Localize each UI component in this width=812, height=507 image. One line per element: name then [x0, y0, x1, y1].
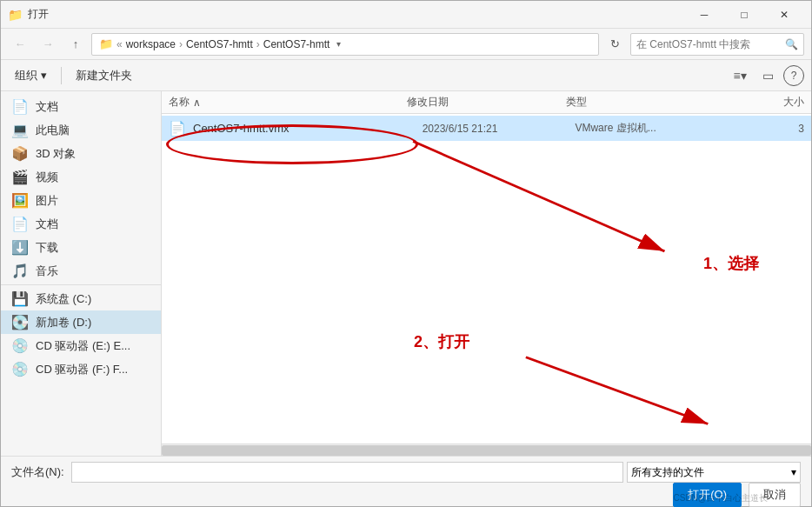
title-icon: 📁 — [8, 8, 23, 22]
sidebar-item-3d[interactable]: 📦 3D 对象 — [1, 142, 161, 165]
col-size-header[interactable]: 大小 — [725, 95, 804, 110]
col-name-label: 名称 — [169, 95, 190, 110]
maximize-button[interactable]: □ — [724, 1, 764, 29]
h-scrollbar[interactable] — [162, 444, 811, 456]
search-input[interactable] — [636, 38, 782, 50]
pictures-icon: 🖼️ — [11, 192, 29, 209]
main-content: 📄 文档 💻 此电脑 📦 3D 对象 🎬 视频 🖼️ 图片 📄 文档 — [1, 91, 811, 456]
svg-line-1 — [413, 142, 664, 251]
filetype-select[interactable]: 所有支持的文件 ▾ — [627, 462, 801, 483]
minimize-button[interactable]: ─ — [684, 1, 724, 29]
col-name-header[interactable]: 名称 ∧ — [169, 95, 407, 110]
disk-c-icon: 💾 — [11, 290, 29, 307]
watermark: CSDN@白不白心主道长 — [674, 492, 769, 504]
search-bar[interactable]: 🔍 — [630, 33, 804, 56]
breadcrumb-sep-3: › — [256, 38, 260, 50]
annotation-step1: 1、选择 — [703, 253, 759, 274]
breadcrumb-centos1[interactable]: CentOS7-hmtt — [186, 38, 253, 50]
music-icon: 🎵 — [11, 263, 29, 279]
back-button[interactable]: ← — [8, 32, 32, 57]
sidebar-item-label: 下载 — [36, 240, 58, 256]
sidebar-item-disk-e[interactable]: 💿 CD 驱动器 (E:) E... — [1, 334, 161, 357]
help-button[interactable]: ? — [783, 65, 804, 86]
3d-icon: 📦 — [11, 145, 29, 162]
title-controls: ─ □ ✕ — [684, 1, 804, 29]
sidebar-item-music[interactable]: 🎵 音乐 — [1, 259, 161, 283]
this-pc-icon: 💻 — [11, 122, 29, 138]
filename-row: 文件名(N): 所有支持的文件 ▾ — [11, 462, 801, 483]
sidebar-item-documents[interactable]: 📄 文档 — [1, 95, 161, 118]
toolbar: 组织 ▾ 新建文件夹 ≡▾ ▭ ? — [1, 60, 811, 91]
sidebar-item-this-pc[interactable]: 💻 此电脑 — [1, 118, 161, 142]
sidebar-item-pictures[interactable]: 🖼️ 图片 — [1, 189, 161, 212]
sidebar-item-label: 文档 — [36, 99, 58, 115]
organize-label: 组织 — [15, 68, 37, 83]
disk-e-icon: 💿 — [11, 337, 29, 354]
close-button[interactable]: ✕ — [764, 1, 804, 29]
sidebar-item-disk-f[interactable]: 💿 CD 驱动器 (F:) F... — [1, 357, 161, 381]
filename-input-wrap: 所有支持的文件 ▾ — [71, 462, 801, 483]
sidebar-item-label: CD 驱动器 (F:) F... — [36, 362, 128, 377]
sidebar-divider — [1, 284, 161, 285]
sidebar-item-downloads[interactable]: ⬇️ 下载 — [1, 236, 161, 259]
sidebar-item-docs2[interactable]: 📄 文档 — [1, 212, 161, 236]
breadcrumb-chevron[interactable]: ▾ — [336, 39, 341, 49]
sidebar-item-label: 文档 — [36, 217, 58, 232]
toolbar-right: ≡▾ ▭ ? — [728, 63, 804, 88]
breadcrumb-centos2[interactable]: CentOS7-hmtt — [263, 38, 330, 50]
title-bar: 📁 打开 ─ □ ✕ — [1, 1, 811, 29]
sidebar-item-disk-c[interactable]: 💾 系统盘 (C:) — [1, 287, 161, 310]
filetype-label: 所有支持的文件 — [631, 465, 704, 480]
panel-button[interactable]: ▭ — [755, 63, 780, 88]
filename-input[interactable] — [71, 462, 623, 483]
forward-button[interactable]: → — [36, 32, 60, 57]
breadcrumb-sep-1: « — [116, 38, 123, 50]
sidebar-item-label: 图片 — [36, 193, 58, 209]
col-size-label: 大小 — [783, 96, 804, 108]
docs2-icon: 📄 — [11, 216, 29, 232]
file-row[interactable]: 📄 CentOS7-hmtt.vmx 2023/6/15 21:21 VMwar… — [162, 116, 811, 141]
sidebar-item-label: 音乐 — [36, 264, 58, 279]
sidebar-item-label: 此电脑 — [36, 123, 70, 138]
svg-line-3 — [526, 357, 708, 424]
sidebar-item-label: 视频 — [36, 170, 58, 185]
file-icon: 📄 — [169, 120, 186, 137]
breadcrumb-workspace[interactable]: workspace — [126, 38, 176, 50]
nav-bar: ← → ↑ 📁 « workspace › CentOS7-hmtt › Cen… — [1, 29, 811, 60]
title-text: 打开 — [28, 7, 684, 22]
new-folder-button[interactable]: 新建文件夹 — [69, 64, 139, 87]
file-pane: 名称 ∧ 修改日期 类型 大小 📄 CentOS7-hmtt.vmx — [162, 91, 811, 456]
file-list: 📄 CentOS7-hmtt.vmx 2023/6/15 21:21 VMwar… — [162, 114, 811, 444]
sidebar-item-videos[interactable]: 🎬 视频 — [1, 165, 161, 189]
breadcrumb[interactable]: 📁 « workspace › CentOS7-hmtt › CentOS7-h… — [91, 33, 599, 56]
filename-label: 文件名(N): — [11, 464, 64, 480]
col-type-header[interactable]: 类型 — [566, 95, 725, 110]
toolbar-separator — [61, 67, 62, 84]
sidebar-item-label: CD 驱动器 (E:) E... — [36, 338, 130, 354]
h-scrollbar-thumb[interactable] — [162, 445, 811, 456]
sidebar-item-disk-d[interactable]: 💽 新加卷 (D:) — [1, 310, 161, 334]
organize-button[interactable]: 组织 ▾ — [8, 64, 54, 87]
view-toggle-button[interactable]: ≡▾ — [728, 63, 752, 88]
file-headers: 名称 ∧ 修改日期 类型 大小 — [162, 91, 811, 114]
col-date-header[interactable]: 修改日期 — [407, 95, 566, 110]
downloads-icon: ⬇️ — [11, 239, 29, 256]
col-date-label: 修改日期 — [407, 96, 449, 108]
file-size: 3 — [728, 123, 804, 135]
videos-icon: 🎬 — [11, 169, 29, 185]
search-icon: 🔍 — [785, 38, 798, 50]
dialog-window: 📁 打开 ─ □ ✕ ← → ↑ 📁 « workspace › CentOS7… — [0, 0, 812, 507]
breadcrumb-sep-2: › — [179, 38, 183, 50]
file-name: CentOS7-hmtt.vmx — [193, 122, 423, 135]
disk-f-icon: 💿 — [11, 361, 29, 377]
up-button[interactable]: ↑ — [63, 32, 88, 57]
documents-icon: 📄 — [11, 98, 29, 115]
col-type-label: 类型 — [566, 96, 587, 108]
new-folder-label: 新建文件夹 — [76, 68, 132, 83]
annotation-arrows — [162, 114, 811, 444]
refresh-button[interactable]: ↻ — [602, 32, 627, 57]
file-date: 2023/6/15 21:21 — [423, 123, 576, 135]
annotation-layer: 1、选择 2、打开 — [162, 114, 811, 444]
annotation-step2: 2、打开 — [414, 331, 469, 352]
sidebar-item-label: 系统盘 (C:) — [36, 291, 91, 307]
